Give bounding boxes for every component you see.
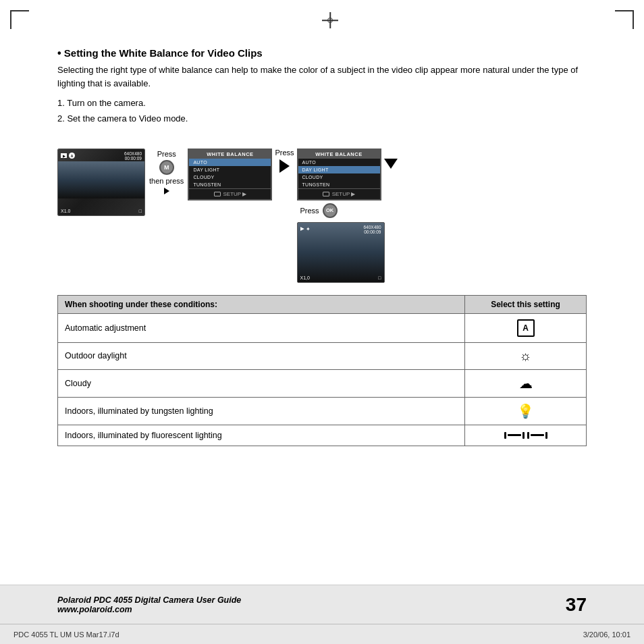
wb-item-auto: AUTO xyxy=(189,159,271,166)
corner-tr xyxy=(615,10,634,29)
wb-item-2-cloudy: CLOUDY xyxy=(298,173,380,181)
wb-menu-2-title: WHITE BALANCE xyxy=(298,150,380,159)
press-arrow-group: Press xyxy=(275,149,294,173)
cam2-star: ✦ xyxy=(306,226,311,232)
mode-icon: A xyxy=(69,153,75,159)
press-ok-group: Press OK xyxy=(300,203,338,218)
icon-sun: ☼ xyxy=(465,342,587,369)
landscape-image xyxy=(58,161,144,198)
wb-setup-2-label: SETUP ▶ xyxy=(332,191,356,197)
press-m-group: Press M then press xyxy=(149,150,184,194)
icon-cloud: ☁ xyxy=(465,369,587,397)
diagram: ▶ A 640X480 00:00:09 X1.0 □ Press xyxy=(57,135,587,283)
table-row: Cloudy ☁ xyxy=(58,369,587,397)
cam2-icon: ▶ xyxy=(300,226,304,232)
footer-left: Polaroid PDC 4055 Digital Camera User Gu… xyxy=(57,595,241,614)
table-row: Indoors, illuminated by fluorescent ligh… xyxy=(58,425,587,446)
fluor-icon xyxy=(472,432,579,439)
camera-preview-2: ▶ ✦ 640X480 00:00:09 X1,0 □ xyxy=(297,222,385,283)
bulb-icon: 💡 xyxy=(517,404,534,419)
wb-bottom-icon-2 xyxy=(323,192,329,196)
sun-icon: ☼ xyxy=(519,348,531,363)
table-header-setting: Select this setting xyxy=(465,295,587,313)
condition-fluor: Indoors, illuminated by fluorescent ligh… xyxy=(58,425,465,446)
main-content: • Setting the White Balance for Video Cl… xyxy=(57,47,587,583)
footer-date: 3/20/06, 10:01 xyxy=(583,630,630,639)
section-title: • Setting the White Balance for Video Cl… xyxy=(57,47,587,59)
camera-preview-1: ▶ A 640X480 00:00:09 X1.0 □ xyxy=(57,149,145,216)
page-bar: PDC 4055 TL UM US Mar17.i7d 3/20/06, 10:… xyxy=(0,624,644,644)
then-press-label: then press xyxy=(149,177,184,185)
down-arrow-section xyxy=(384,159,398,169)
small-right-arrow xyxy=(164,188,169,194)
wb-menu-1: WHITE BALANCE AUTO DAY LIGHT CLOUDY TUNG… xyxy=(188,149,272,200)
condition-cloudy: Cloudy xyxy=(58,369,465,397)
cam2-bottom: X1,0 □ xyxy=(300,275,381,280)
wb-item-2-tungsten: TUNGSTEN xyxy=(298,181,380,188)
footer: Polaroid PDC 4055 Digital Camera User Gu… xyxy=(0,585,644,624)
wb-item-cloudy: CLOUDY xyxy=(189,173,271,181)
page-number: 37 xyxy=(566,594,587,616)
wb-item-daylight: DAY LIGHT xyxy=(189,166,271,173)
auto-wb-icon: A xyxy=(517,319,535,337)
zoom-label: X1.0 xyxy=(61,209,70,213)
main-arrow-right xyxy=(279,159,290,173)
ok-button[interactable]: OK xyxy=(323,203,338,218)
table-row: Automatic adjustment A xyxy=(58,313,587,342)
wb-setup-label: SETUP ▶ xyxy=(223,191,247,197)
table-header-conditions: When shooting under these conditions: xyxy=(58,295,465,313)
corner-tl xyxy=(10,10,29,29)
icon-auto-wb: A xyxy=(465,313,587,342)
intro-text: Selecting the right type of white balanc… xyxy=(57,63,587,90)
wb-item-2-auto: AUTO xyxy=(298,159,380,166)
table-row: Indoors, illuminated by tungsten lightin… xyxy=(58,397,587,425)
cam2-res: 640X480 00:00:09 xyxy=(363,225,381,234)
press-m-label: Press xyxy=(157,150,176,158)
cloud-icon: ☁ xyxy=(519,376,533,391)
book-title: Polaroid PDC 4055 Digital Camera User Gu… xyxy=(57,595,241,605)
condition-daylight: Outdoor daylight xyxy=(58,342,465,369)
right-section: WHITE BALANCE AUTO DAY LIGHT CLOUDY TUNG… xyxy=(297,149,398,283)
wb-item-tungsten: TUNGSTEN xyxy=(189,181,271,188)
press-3-label: Press xyxy=(300,207,319,215)
condition-tungsten: Indoors, illuminated by tungsten lightin… xyxy=(58,397,465,425)
arrow-down xyxy=(384,159,398,169)
resolution-text: 640X480 00:00:09 xyxy=(124,151,142,161)
press-2-label: Press xyxy=(275,149,294,157)
m-button[interactable]: M xyxy=(159,160,174,175)
wb-bottom-icon-1 xyxy=(214,192,221,196)
settings-table: When shooting under these conditions: Se… xyxy=(57,295,587,446)
wb-menu-2-row: WHITE BALANCE AUTO DAY LIGHT CLOUDY TUNG… xyxy=(297,149,398,200)
steps: 1. Turn on the camera. 2. Set the camera… xyxy=(57,95,587,127)
video-icon: ▶ xyxy=(61,153,67,158)
icon-bulb: 💡 xyxy=(465,397,587,425)
condition-auto: Automatic adjustment xyxy=(58,313,465,342)
table-row: Outdoor daylight ☼ xyxy=(58,342,587,369)
wb-item-2-daylight: DAY LIGHT xyxy=(298,166,380,173)
icon-fluor xyxy=(465,425,587,446)
wb-menu-title: WHITE BALANCE xyxy=(189,150,271,159)
footer-file: PDC 4055 TL UM US Mar17.i7d xyxy=(14,630,119,639)
website: www.polaroid.com xyxy=(57,605,241,614)
